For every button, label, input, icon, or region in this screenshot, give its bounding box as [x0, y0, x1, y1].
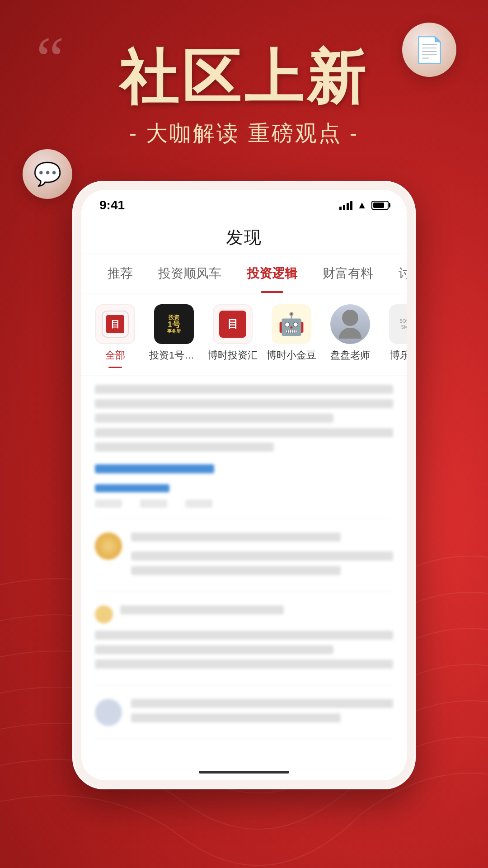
content-body-2b: [131, 566, 341, 575]
chat-bubble-icon: 💬: [33, 161, 61, 187]
content-body-4a: [131, 713, 341, 722]
channel-1hao-name: 投资1号事...: [149, 349, 199, 362]
channel-1hao-avatar: 投资 1号 事务所: [154, 304, 194, 344]
content-line-1: [95, 385, 393, 394]
content-link-1: [95, 464, 214, 473]
content-avatar-2: [95, 699, 122, 726]
content-title-2: [131, 533, 341, 542]
channel-jinbao-name: 博时小金豆: [267, 349, 316, 362]
channel-all-avatar: 目: [95, 304, 135, 344]
app-header: 发现: [81, 217, 407, 254]
content-line-6: [120, 605, 284, 614]
signal-bar-4: [350, 201, 352, 210]
channel-jinbao[interactable]: 🤖 博时小金豆: [267, 304, 316, 368]
content-line-9: [95, 660, 393, 669]
content-block-1: [95, 385, 393, 519]
content-line-2: [95, 399, 393, 408]
channel-pandai-avatar: [330, 304, 370, 344]
phone-screen: 9:41 ▲ 发现: [81, 190, 407, 780]
status-icons: ▲: [339, 199, 389, 211]
channel-pandai-name: 盘盘老师: [330, 349, 370, 362]
tab-investment-wind[interactable]: 投资顺风车: [145, 254, 234, 293]
battery-fill: [373, 203, 384, 208]
chat-icon-bubble: 💬: [23, 149, 72, 199]
meta-share: [185, 500, 212, 508]
content-body-2a: [131, 552, 393, 561]
nav-tabs[interactable]: 推荐 投资顺风车 投资逻辑 财富有料 讨论: [81, 254, 407, 293]
content-line-7: [95, 631, 393, 640]
content-right-2: [131, 699, 393, 728]
content-avatar-1: [95, 533, 122, 560]
hero-title: 社区上新: [0, 45, 488, 110]
content-line-4: [95, 428, 393, 437]
channel-pandai[interactable]: 盘盘老师: [325, 304, 375, 368]
status-time: 9:41: [99, 198, 125, 212]
content-meta-1: [95, 500, 393, 508]
channel-jinbao-avatar: 🤖: [272, 304, 311, 344]
hero-section: 社区上新 - 大咖解读 重磅观点 -: [0, 45, 488, 148]
tab-investment-logic[interactable]: 投资逻辑: [234, 254, 310, 293]
content-line-5: [95, 443, 274, 452]
signal-bar-1: [339, 207, 342, 210]
channel-bole-avatar: BOSERASMART: [389, 304, 407, 344]
channel-all-underline: [108, 367, 122, 368]
content-right-1: [131, 533, 393, 580]
channel-all-name: 全部: [105, 349, 125, 362]
tab-wealth[interactable]: 财富有料: [310, 254, 386, 293]
content-title-4: [131, 699, 393, 708]
signal-icon: [339, 200, 352, 210]
channel-bole[interactable]: BOSERASMART 博乐纪...: [384, 304, 407, 368]
content-area: [81, 376, 407, 762]
meta-comment: [140, 500, 167, 508]
channel-boshi-name: 博时投资汇: [208, 349, 258, 362]
app-title: 发现: [226, 228, 262, 247]
phone-mockup: 9:41 ▲ 发现: [72, 181, 416, 789]
tab-recommend[interactable]: 推荐: [95, 254, 145, 293]
status-bar: 9:41 ▲: [81, 190, 407, 217]
signal-bar-2: [343, 205, 345, 210]
battery-icon: [371, 201, 389, 210]
content-block-2: [95, 533, 393, 592]
content-link-2: [95, 484, 169, 492]
wifi-icon: ▲: [357, 199, 367, 211]
channel-boshi-avatar: 目: [213, 304, 253, 344]
channel-all[interactable]: 目 全部: [90, 304, 140, 368]
signal-bar-3: [347, 203, 349, 210]
meta-like: [95, 500, 122, 508]
tab-discuss[interactable]: 讨论: [386, 254, 407, 293]
content-line-8: [95, 645, 333, 654]
content-block-3: [95, 605, 393, 685]
channel-bole-name: 博乐纪...: [390, 349, 407, 362]
hero-subtitle: - 大咖解读 重磅观点 -: [0, 119, 488, 148]
channel-row[interactable]: 目 全部 投资 1号 事务所: [81, 293, 407, 376]
content-line-3: [95, 414, 333, 423]
channel-1hao[interactable]: 投资 1号 事务所 投资1号事...: [149, 304, 199, 368]
channel-boshi[interactable]: 目 博时投资汇: [208, 304, 258, 368]
content-block-4: [95, 699, 393, 739]
home-indicator: [199, 771, 289, 774]
phone-frame: 9:41 ▲ 发现: [72, 181, 416, 789]
